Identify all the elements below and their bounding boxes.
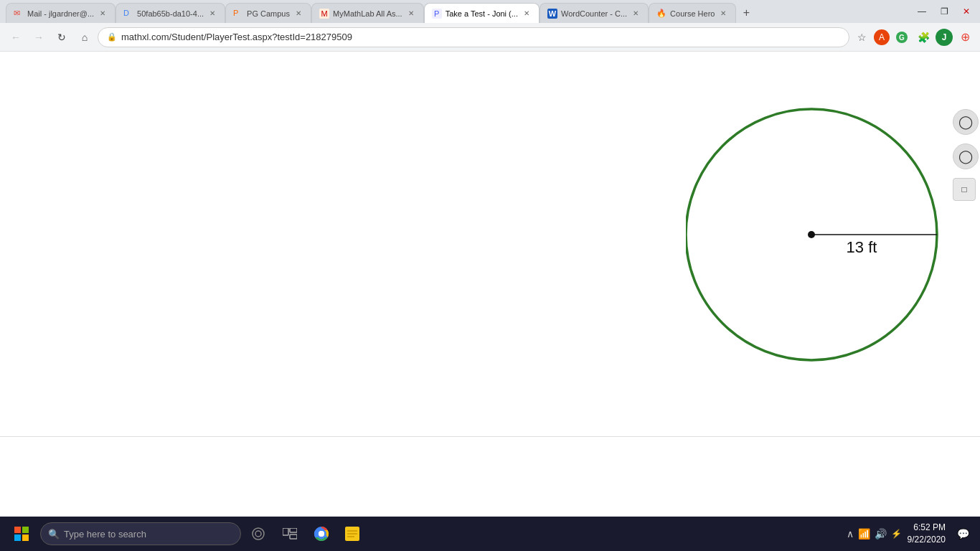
side-panel: ◯ ◯ □ bbox=[953, 109, 980, 201]
pg-favicon: P bbox=[233, 9, 243, 19]
extension-icon-1[interactable]: A bbox=[874, 29, 890, 45]
doc-favicon: D bbox=[123, 9, 133, 19]
maximize-button[interactable]: ❐ bbox=[936, 5, 953, 18]
nav-right-icons: ☆ A G 🧩 J ⊕ bbox=[852, 28, 974, 47]
windows-logo-icon bbox=[14, 527, 29, 541]
word-favicon: W bbox=[547, 9, 557, 19]
volume-icon[interactable]: 🔊 bbox=[875, 528, 887, 540]
tab-gmail-label: Mail - jlgardner@... bbox=[27, 9, 94, 18]
taskbar-sticky-notes[interactable] bbox=[339, 519, 366, 548]
main-content: 13 ft ◯ ◯ □ bbox=[0, 52, 980, 436]
cortana-button[interactable] bbox=[244, 519, 273, 548]
new-tab-button[interactable]: + bbox=[736, 3, 756, 23]
svg-text:G: G bbox=[899, 34, 905, 42]
tab-word-label: WordCounter - C... bbox=[561, 9, 627, 18]
tab-course-close[interactable]: ✕ bbox=[718, 9, 728, 19]
svg-rect-5 bbox=[14, 527, 21, 533]
taskbar-right: ∧ 📶 🔊 ⚡ 6:52 PM 9/22/2020 💬 bbox=[847, 519, 974, 548]
taskbar-chrome[interactable] bbox=[307, 519, 336, 548]
close-button[interactable]: ✕ bbox=[958, 5, 974, 18]
taskbar-time[interactable]: 6:52 PM 9/22/2020 bbox=[908, 522, 946, 546]
side-button-3[interactable]: □ bbox=[953, 178, 976, 201]
tab-mathlab-close[interactable]: ✕ bbox=[406, 9, 416, 19]
reload-button[interactable]: ↻ bbox=[52, 27, 72, 47]
tab-gmail-close[interactable]: ✕ bbox=[98, 9, 108, 19]
bookmark-button[interactable]: ☆ bbox=[852, 28, 871, 47]
svg-rect-11 bbox=[283, 528, 288, 535]
tab-test-close[interactable]: ✕ bbox=[522, 9, 532, 19]
tab-test[interactable]: P Take a Test - Joni (... ✕ bbox=[424, 3, 540, 23]
side-button-2[interactable]: ◯ bbox=[953, 143, 979, 169]
svg-rect-8 bbox=[22, 534, 29, 541]
extensions-button[interactable]: 🧩 bbox=[914, 28, 933, 47]
home-button[interactable]: ⌂ bbox=[75, 27, 95, 47]
mathlab-favicon: M bbox=[319, 9, 329, 19]
tab-gmail[interactable]: ✉ Mail - jlgardner@... ✕ bbox=[6, 3, 116, 23]
tab-test-label: Take a Test - Joni (... bbox=[446, 9, 518, 18]
battery-icon[interactable]: ⚡ bbox=[891, 529, 902, 539]
tab-doc-label: 50fab65b-da10-4... bbox=[137, 9, 204, 18]
back-button[interactable]: ← bbox=[6, 27, 26, 47]
sticky-notes-icon bbox=[344, 526, 360, 542]
url-text: mathxl.com/Student/PlayerTest.aspx?testI… bbox=[121, 32, 840, 42]
tab-mathlab-label: MyMathLab All As... bbox=[333, 9, 402, 18]
tab-doc-close[interactable]: ✕ bbox=[207, 9, 217, 19]
network-icon[interactable]: 📶 bbox=[858, 528, 870, 540]
browser-chrome: ✉ Mail - jlgardner@... ✕ D 50fab65b-da10… bbox=[0, 0, 980, 52]
circle-diagram: 13 ft bbox=[686, 95, 944, 382]
radius-label: 13 ft bbox=[847, 238, 877, 256]
clock-time: 6:52 PM bbox=[908, 522, 946, 534]
gmail-favicon: ✉ bbox=[14, 9, 24, 19]
extension-icon-2[interactable]: G bbox=[892, 28, 911, 47]
tab-word-close[interactable]: ✕ bbox=[631, 9, 641, 19]
search-icon: 🔍 bbox=[48, 529, 60, 540]
forward-button[interactable]: → bbox=[29, 27, 49, 47]
separator bbox=[0, 436, 980, 437]
window-controls: — ❐ ✕ bbox=[913, 5, 974, 18]
svg-point-10 bbox=[255, 531, 261, 537]
title-bar: ✉ Mail - jlgardner@... ✕ D 50fab65b-da10… bbox=[0, 0, 980, 23]
tab-course-label: Course Hero bbox=[670, 9, 715, 18]
cortana-icon bbox=[251, 527, 265, 541]
tab-pg[interactable]: P PG Campus ✕ bbox=[225, 3, 311, 23]
taskbar: 🔍 Type here to search bbox=[0, 517, 980, 551]
start-button[interactable] bbox=[6, 518, 37, 550]
clock-date: 9/22/2020 bbox=[908, 534, 946, 546]
course-favicon: 🔥 bbox=[656, 9, 666, 19]
test-favicon: P bbox=[432, 9, 442, 19]
tab-pg-close[interactable]: ✕ bbox=[293, 9, 303, 19]
tabs-area: ✉ Mail - jlgardner@... ✕ D 50fab65b-da10… bbox=[6, 0, 913, 23]
action-center-button[interactable]: 💬 bbox=[951, 519, 974, 548]
tab-course[interactable]: 🔥 Course Hero ✕ bbox=[649, 3, 736, 23]
address-bar[interactable]: 🔒 mathxl.com/Student/PlayerTest.aspx?tes… bbox=[98, 27, 849, 47]
chrome-menu-button[interactable]: ⊕ bbox=[956, 28, 974, 47]
svg-rect-7 bbox=[14, 534, 21, 541]
taskview-button[interactable] bbox=[275, 519, 304, 548]
profile-avatar[interactable]: J bbox=[936, 29, 953, 46]
nav-bar: ← → ↻ ⌂ 🔒 mathxl.com/Student/PlayerTest.… bbox=[0, 23, 980, 52]
svg-rect-12 bbox=[290, 528, 297, 532]
taskview-icon bbox=[283, 528, 297, 540]
search-placeholder-text: Type here to search bbox=[64, 529, 146, 540]
tab-word[interactable]: W WordCounter - C... ✕ bbox=[540, 3, 649, 23]
tab-pg-label: PG Campus bbox=[247, 9, 290, 18]
svg-rect-13 bbox=[290, 534, 297, 539]
svg-point-16 bbox=[319, 531, 324, 537]
minimize-button[interactable]: — bbox=[913, 5, 930, 18]
svg-rect-6 bbox=[22, 527, 29, 533]
show-hidden-icon[interactable]: ∧ bbox=[847, 528, 854, 540]
tab-mathlab[interactable]: M MyMathLab All As... ✕ bbox=[311, 3, 424, 23]
tray-icons: ∧ 📶 🔊 ⚡ bbox=[847, 528, 902, 540]
side-button-1[interactable]: ◯ bbox=[953, 109, 979, 135]
chrome-icon bbox=[313, 525, 330, 542]
taskbar-search[interactable]: 🔍 Type here to search bbox=[40, 522, 241, 545]
svg-point-9 bbox=[253, 528, 264, 540]
lock-icon: 🔒 bbox=[107, 32, 117, 42]
tab-doc[interactable]: D 50fab65b-da10-4... ✕ bbox=[116, 3, 225, 23]
